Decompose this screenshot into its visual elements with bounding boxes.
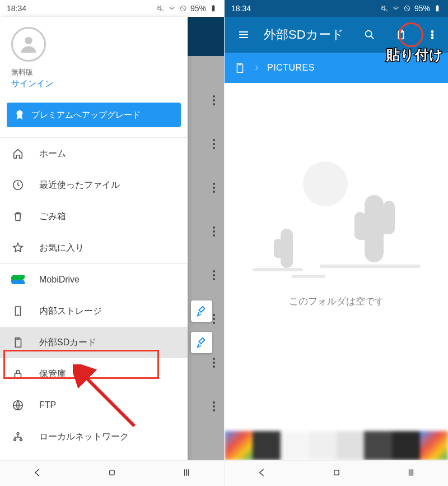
empty-illustration [236,173,437,285]
nav-home[interactable]: ホーム [0,138,188,169]
upgrade-label: プレミアムへアップグレード [31,110,141,121]
home-button[interactable] [331,467,342,480]
svg-point-4 [17,110,23,117]
svg-rect-22 [334,470,338,474]
clean-storage-button[interactable] [191,332,212,353]
status-bar: 18:34 95% [0,0,224,17]
battery-icon [209,4,217,12]
broom-icon [195,336,208,349]
upgrade-button[interactable]: プレミアムへアップグレード [7,103,181,127]
ribbon-icon [13,109,26,121]
clipboard-icon [395,29,407,41]
trash-icon [11,210,25,223]
wifi-icon [392,4,400,12]
nav-label: 内部ストレージ [39,306,102,317]
nav-label: 保管庫 [39,368,66,380]
nav-internal-storage[interactable]: 内部ストレージ [0,295,188,327]
nav-mobidrive[interactable]: MobiDrive [0,264,188,295]
nav-label: ローカルネットワーク [39,431,129,443]
svg-point-19 [432,31,433,33]
chevron-right-icon [253,64,260,72]
system-nav-bar [225,460,448,486]
svg-rect-2 [213,5,214,6]
nav-label: 最近使ったファイル [39,179,120,191]
svg-point-21 [432,37,433,39]
back-button[interactable] [32,467,43,480]
nav-ftp[interactable]: FTP [0,390,188,421]
clean-storage-button[interactable] [191,300,212,322]
recent-apps-strip [225,431,448,460]
sd-card-icon [11,336,25,349]
empty-state: このフォルダは空です [225,83,448,397]
svg-point-9 [14,439,16,441]
svg-rect-7 [15,373,21,378]
nav-label: FTP [39,400,56,410]
signin-link[interactable]: サインイン [11,78,176,89]
broom-icon [195,305,208,317]
lock-icon [11,367,25,381]
person-icon [17,33,40,55]
nav-label: ホーム [39,148,66,160]
mute-icon [157,4,165,12]
svg-rect-15 [437,5,438,6]
hamburger-icon [237,28,250,41]
svg-rect-1 [212,6,215,11]
status-time: 18:34 [7,4,26,13]
nav-recent[interactable]: 最近使ったファイル [0,169,188,201]
nav-favorites[interactable]: お気に入り [0,232,188,263]
svg-rect-14 [436,6,439,11]
recents-button[interactable] [405,467,417,480]
paste-button[interactable] [390,24,412,46]
battery-icon [433,4,441,12]
nav-label: ごみ箱 [39,211,66,223]
empty-text: このフォルダは空です [289,295,384,308]
globe-icon [11,399,25,412]
sd-card-icon [234,62,246,74]
recents-button[interactable] [181,467,192,480]
nav-external-sd[interactable]: 外部SDカード [0,327,188,358]
search-button[interactable] [358,24,381,46]
drawer-overlay[interactable] [188,17,224,460]
nav-label: 外部SDカード [39,337,96,349]
svg-point-3 [25,37,32,44]
svg-point-20 [432,34,433,36]
wifi-icon [168,4,176,12]
nav-label: お気に入り [39,242,84,254]
menu-button[interactable] [232,24,255,46]
home-icon [11,147,25,160]
page-title: 外部SDカード [264,26,349,43]
breadcrumb-item: PICTURES [267,63,315,73]
clock-icon [11,178,25,192]
svg-point-16 [366,31,372,37]
mute-icon [381,4,389,12]
search-icon [363,29,376,41]
svg-point-10 [20,439,22,441]
plan-label: 無料版 [11,67,176,77]
home-button[interactable] [106,467,118,480]
nav-trash[interactable]: ごみ箱 [0,201,188,232]
status-battery-text: 95% [414,4,430,13]
star-icon [11,241,25,254]
avatar[interactable] [11,27,46,62]
no-data-icon [403,4,411,12]
navigation-drawer: 無料版 サインイン プレミアムへアップグレード ホーム 最近使ったファイル [0,17,188,460]
back-button[interactable] [256,467,268,480]
overflow-button[interactable] [421,24,444,46]
svg-point-11 [17,433,19,435]
no-data-icon [179,4,187,12]
svg-rect-12 [110,470,114,474]
nav-label: MobiDrive [39,275,80,285]
system-nav-bar [0,460,224,486]
mobidrive-icon [11,273,25,286]
left-screenshot: 18:34 95% [0,0,224,486]
status-bar: 18:34 95% [225,0,448,17]
nav-vault[interactable]: 保管庫 [0,358,188,390]
annotation-paste-label: 貼り付け [386,46,444,64]
network-icon [11,430,25,443]
nav-local-network[interactable]: ローカルネットワーク [0,421,188,452]
status-battery-text: 95% [190,4,206,13]
status-time: 18:34 [231,4,251,13]
right-screenshot: 18:34 95% 外部SDカード PICTURES [224,0,448,486]
more-vert-icon [426,29,438,41]
phone-icon [11,304,25,318]
